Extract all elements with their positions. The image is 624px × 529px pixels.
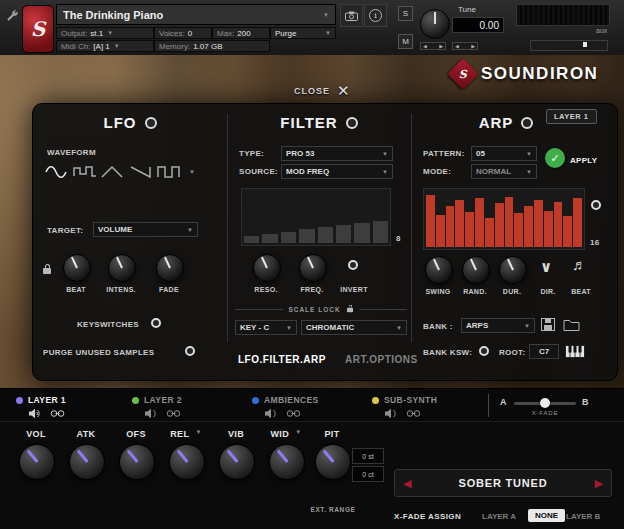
step-bar[interactable] [299, 229, 314, 243]
step-bar[interactable] [485, 218, 494, 247]
tab-lfo-filter-arp[interactable]: LFO.FILTER.ARP [238, 354, 326, 365]
bank-ksw-led[interactable] [479, 346, 489, 356]
arp-step-sequencer[interactable] [423, 188, 585, 250]
step-wave-icon[interactable] [73, 164, 97, 180]
arp-pattern-select[interactable]: 05 ▼ [471, 146, 537, 161]
folder-icon[interactable] [563, 318, 580, 331]
lfo-beat-knob[interactable] [63, 254, 91, 282]
step-bar[interactable] [554, 202, 563, 247]
step-bar[interactable] [563, 216, 572, 247]
atk-knob[interactable] [69, 444, 105, 480]
header-volume-slider[interactable] [530, 40, 608, 51]
preset-selector[interactable]: ◀ SOBER TUNED ▶ [394, 469, 612, 497]
slider-handle[interactable] [583, 42, 587, 47]
scale-type-select[interactable]: CHROMATIC ▼ [301, 320, 407, 335]
xfade-option-none[interactable]: NONE [528, 509, 565, 522]
preset-next-arrow-icon[interactable]: ▶ [595, 477, 603, 490]
xfade-slider-handle[interactable] [540, 398, 550, 408]
tune-value-display[interactable]: 0.00 [452, 17, 504, 33]
lfo-target-select[interactable]: VOLUME ▼ [93, 222, 198, 237]
step-bar[interactable] [244, 236, 259, 243]
filter-step-table[interactable] [241, 188, 391, 246]
arp-swing-knob[interactable] [425, 256, 453, 284]
subsynth-link-icon[interactable] [406, 409, 421, 418]
vol-knob[interactable] [19, 444, 55, 480]
filter-source-select[interactable]: MOD FREQ ▼ [281, 164, 393, 179]
step-bar[interactable] [465, 212, 474, 247]
keyboard-icon[interactable] [565, 345, 585, 358]
rel-knob[interactable] [169, 444, 205, 480]
apply-button[interactable]: ✓ [545, 148, 565, 168]
step-bar[interactable] [262, 234, 277, 243]
arp-bank-select[interactable]: ARPS ▼ [461, 318, 535, 333]
arp-beat-notes-icon[interactable]: ♬ [572, 256, 587, 273]
layer-tab-layer1[interactable]: LAYER 1 [28, 395, 66, 405]
step-bar[interactable] [514, 213, 523, 247]
pitch-cent-display[interactable]: 0 ct [352, 466, 384, 482]
lfo-lock-icon[interactable] [43, 268, 51, 274]
scale-key-select[interactable]: KEY - C ▼ [235, 320, 297, 335]
lfo-fade-knob[interactable] [156, 254, 184, 282]
ambiences-speaker-icon[interactable] [264, 408, 278, 419]
snapshot-camera-button[interactable] [340, 4, 363, 27]
step-bar[interactable] [505, 197, 514, 247]
save-icon[interactable] [541, 318, 555, 331]
layer-badge[interactable]: LAYER 1 [546, 109, 597, 124]
filter-enable-led[interactable] [346, 117, 358, 129]
midi-channel-select[interactable]: Midi Ch: [A] 1 ▼ [56, 40, 154, 52]
instrument-title-bar[interactable]: The Drinking Piano ▼ [56, 4, 336, 25]
close-button[interactable]: CLOSE ✕ [294, 82, 350, 100]
wrench-icon[interactable] [5, 8, 19, 22]
step-bar[interactable] [534, 200, 543, 247]
wid-dropdown-arrow-icon[interactable]: ▼ [295, 429, 301, 439]
layer2-speaker-icon[interactable] [144, 408, 158, 419]
step-bar[interactable] [318, 227, 333, 243]
lfo-enable-led[interactable] [145, 117, 157, 129]
step-bar[interactable] [544, 211, 553, 247]
subsynth-speaker-icon[interactable] [384, 408, 398, 419]
info-button[interactable]: i [364, 4, 387, 27]
preset-prev-arrow-icon[interactable]: ◀ [403, 477, 411, 490]
layer1-link-icon[interactable] [50, 409, 65, 418]
layer-tab-ambiences[interactable]: AMBIENCES [264, 395, 319, 405]
filter-type-select[interactable]: PRO 53 ▼ [281, 146, 393, 161]
step-bar[interactable] [354, 223, 369, 243]
xfade-option-layer-b[interactable]: LAYER B [566, 512, 600, 521]
layer1-speaker-icon[interactable] [28, 408, 42, 419]
vib-knob[interactable] [219, 444, 255, 480]
step-bar[interactable] [436, 215, 445, 247]
arp-mode-select[interactable]: NORMAL ▼ [471, 164, 537, 179]
arp-duration-knob[interactable] [499, 256, 527, 284]
layer-tab-layer2[interactable]: LAYER 2 [144, 395, 182, 405]
filter-resonance-knob[interactable] [253, 254, 281, 282]
pitch-semitone-display[interactable]: 0 st [352, 448, 384, 464]
max-voices-field[interactable]: Max: 200 [212, 27, 270, 39]
root-note-field[interactable]: C7 [529, 344, 559, 359]
filter-frequency-knob[interactable] [299, 254, 327, 282]
step-bar[interactable] [281, 232, 296, 243]
step-bar[interactable] [475, 198, 484, 247]
wid-knob[interactable] [269, 444, 305, 480]
solo-button[interactable]: S [398, 6, 413, 21]
step-bar[interactable] [373, 221, 388, 243]
arp-table-led[interactable] [591, 200, 601, 210]
step-bar[interactable] [573, 198, 582, 247]
purge-menu[interactable]: Purge ▼ [270, 27, 336, 39]
step-bar[interactable] [446, 206, 455, 247]
layer-tab-subsynth[interactable]: SUB-SYNTH [384, 395, 437, 405]
mod-wheel-strip[interactable]: ◀ ▶ [452, 42, 478, 50]
pit-knob[interactable] [315, 444, 351, 480]
arp-enable-led[interactable] [521, 117, 533, 129]
step-bar[interactable] [426, 195, 435, 247]
tab-art-options[interactable]: ART.OPTIONS [345, 354, 418, 365]
purge-unused-samples-led[interactable] [185, 346, 195, 356]
arp-direction-icon[interactable]: ∨ [540, 258, 552, 276]
ofs-knob[interactable] [119, 444, 155, 480]
keyswitches-led[interactable] [151, 318, 161, 328]
output-select[interactable]: Output: st.1 ▼ [56, 27, 154, 39]
apply-label[interactable]: APPLY [570, 156, 597, 165]
layer2-link-icon[interactable] [166, 409, 181, 418]
ambiences-link-icon[interactable] [286, 409, 301, 418]
triangle-wave-icon[interactable] [101, 164, 125, 180]
chevron-down-icon[interactable]: ▼ [323, 12, 329, 18]
